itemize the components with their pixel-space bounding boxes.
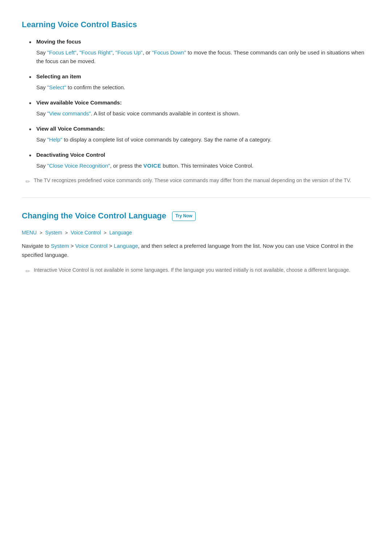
list-item-title-moving-focus: Moving the focus: [36, 37, 370, 46]
section1: Learning Voice Control Basics Moving the…: [22, 18, 370, 186]
breadcrumb-voice-control: Voice Control: [71, 230, 101, 235]
nav-sep-2: >: [109, 243, 114, 249]
cmd-close-voice: "Close Voice Recognition": [47, 163, 110, 169]
list-item-title-view-all: View all Voice Commands:: [36, 124, 370, 133]
list-item-title-view-available: View available Voice Commands:: [36, 98, 370, 107]
section2: Changing the Voice Control Language Try …: [22, 209, 370, 276]
list-item-desc-moving-focus: Say "Focus Left", "Focus Right", "Focus …: [36, 48, 370, 66]
breadcrumb-sep-1: >: [40, 230, 42, 235]
section2-description: Navigate to System > Voice Control > Lan…: [22, 241, 370, 260]
breadcrumb: MENU > System > Voice Control > Language: [22, 229, 370, 237]
nav-link-voice-control: Voice Control: [75, 243, 107, 249]
list-item-selecting: Selecting an item Say "Select" to confir…: [29, 72, 370, 92]
list-item-view-all: View all Voice Commands: Say "Help" to d…: [29, 124, 370, 144]
nav-link-language: Language: [114, 243, 138, 249]
voice-button-label: VOICE: [143, 163, 161, 169]
section1-title: Learning Voice Control Basics: [22, 18, 370, 31]
section2-note-text: Interactive Voice Control is not availab…: [34, 266, 350, 274]
section2-note: ✏ Interactive Voice Control is not avail…: [25, 266, 370, 276]
section1-note: ✏ The TV recognizes predefined voice com…: [25, 177, 370, 186]
breadcrumb-system: System: [45, 230, 62, 235]
breadcrumb-language: Language: [109, 230, 132, 235]
section2-title: Changing the Voice Control Language Try …: [22, 209, 370, 222]
cmd-focus-right: "Focus Right": [79, 49, 113, 56]
breadcrumb-menu: MENU: [22, 230, 37, 235]
list-item-title-deactivating: Deactivating Voice Control: [36, 151, 370, 159]
list-item-view-available: View available Voice Commands: Say "View…: [29, 98, 370, 118]
section1-note-text: The TV recognizes predefined voice comma…: [34, 177, 351, 184]
cmd-help: "Help": [47, 136, 62, 143]
try-now-badge[interactable]: Try Now: [172, 212, 196, 221]
list-item-deactivating: Deactivating Voice Control Say "Close Vo…: [29, 151, 370, 170]
list-item-desc-deactivating: Say "Close Voice Recognition", or press …: [36, 161, 370, 170]
breadcrumb-sep-2: >: [65, 230, 68, 235]
list-item-desc-view-all: Say "Help" to display a complete list of…: [36, 135, 370, 144]
cmd-view-commands: "View commands": [47, 110, 91, 116]
section-divider: [22, 197, 370, 198]
nav-sep-1: >: [70, 243, 75, 249]
list-item-title-selecting: Selecting an item: [36, 72, 370, 81]
list-item-moving-focus: Moving the focus Say "Focus Left", "Focu…: [29, 37, 370, 66]
cmd-focus-up: "Focus Up": [115, 49, 143, 56]
cmd-focus-left: "Focus Left": [47, 49, 77, 56]
note-icon-pencil-2: ✏: [25, 267, 30, 276]
nav-link-system: System: [51, 243, 69, 249]
cmd-select: "Select": [47, 84, 66, 90]
breadcrumb-sep-3: >: [104, 230, 107, 235]
list-item-desc-selecting: Say "Select" to confirm the selection.: [36, 83, 370, 92]
list-item-desc-view-available: Say "View commands". A list of basic voi…: [36, 109, 370, 118]
basics-list: Moving the focus Say "Focus Left", "Focu…: [29, 37, 370, 170]
cmd-focus-down: "Focus Down": [152, 49, 186, 56]
note-icon-pencil: ✏: [25, 177, 30, 186]
